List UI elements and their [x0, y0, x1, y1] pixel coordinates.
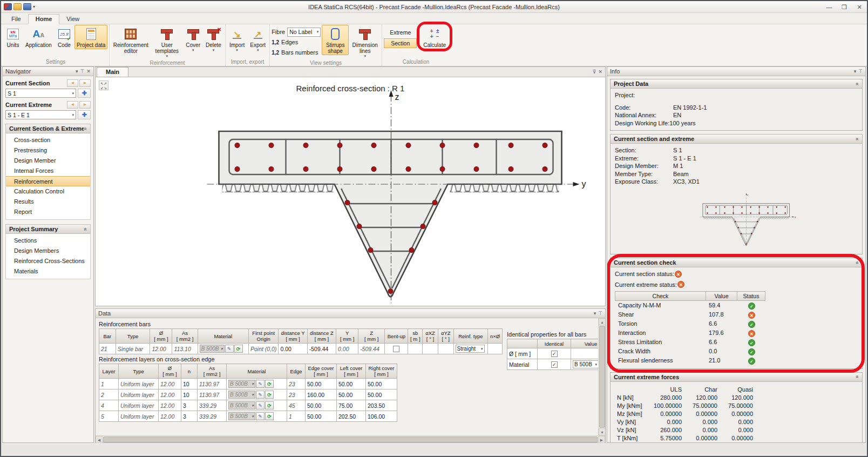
edit-material-icon[interactable]: ✎	[256, 412, 265, 420]
close-tab-icon[interactable]: ✕	[598, 69, 602, 75]
cell[interactable]: 12.00	[159, 389, 181, 400]
scroll-down-icon[interactable]: ▼	[599, 428, 605, 435]
cell[interactable]: 75.00	[337, 400, 366, 411]
cell[interactable]: 12.00	[150, 344, 172, 354]
scroll-up-icon[interactable]: ▲	[599, 318, 605, 325]
stirrups-shape-button[interactable]: Stirrups shape	[322, 25, 349, 55]
material-combo[interactable]: B 500B▾	[228, 412, 255, 420]
sidebar-item-internal-forces[interactable]: Internal Forces	[6, 166, 90, 176]
pin-icon[interactable]: ⊤	[858, 69, 863, 74]
tab-view[interactable]: View	[59, 15, 86, 24]
bars-numbers-toggle[interactable]: 1,2 Bars numbers	[272, 48, 321, 57]
material-combo[interactable]: B 500B▾	[228, 401, 255, 409]
cell[interactable]: 50.00	[366, 379, 397, 389]
panel-menu-icon[interactable]: ▾	[76, 69, 78, 74]
sidebar-item-design-members[interactable]: Design Members	[6, 246, 90, 256]
restore-button[interactable]: ❐	[837, 2, 852, 12]
import-button[interactable]: ↘ Import ▾	[227, 25, 247, 53]
add-section-button[interactable]: ✚	[78, 89, 91, 98]
extreme-button[interactable]: Extreme	[384, 28, 417, 37]
sidebar-item-reinforced-cross-sections[interactable]: Reinforced Cross-Sections	[6, 256, 90, 266]
sidebar-item-materials[interactable]: Materials	[6, 266, 90, 277]
cell[interactable]: 23	[287, 389, 306, 400]
cell[interactable]: 10	[181, 389, 198, 400]
cell[interactable]: 1	[287, 411, 306, 422]
cell[interactable]: 3	[181, 411, 198, 422]
data-horizontal-scrollbar[interactable]: ◀ ▶	[96, 435, 605, 442]
current-extreme-combo[interactable]: S 1 - E 1 ▾	[5, 110, 76, 119]
refresh-material-icon[interactable]: ⟳	[234, 345, 243, 353]
application-button[interactable]: AA Application	[23, 25, 54, 49]
cell[interactable]: 203.50	[366, 400, 397, 411]
section-extreme-group-header[interactable]: Current Section & Extreme »	[5, 124, 91, 133]
refresh-material-icon[interactable]: ⟳	[265, 412, 274, 420]
tab-file[interactable]: File	[4, 15, 28, 24]
user-templates-button[interactable]: User templates ▾	[151, 25, 182, 59]
current-section-combo[interactable]: S 1 ▾	[5, 89, 76, 98]
current-section-check-header[interactable]: Current section check »	[611, 258, 862, 267]
cell[interactable]: 0.00	[279, 344, 307, 354]
cell[interactable]: Point (0,0)	[249, 344, 279, 354]
identical-material-checkbox[interactable]	[551, 361, 558, 368]
drawing-canvas[interactable]: Reinforced cross-section : R 1 ↖↗↙↘	[95, 77, 606, 306]
cell[interactable]: 50.00	[337, 389, 366, 400]
cell[interactable]: 23	[287, 379, 306, 389]
scroll-left-icon[interactable]: ◀	[96, 436, 103, 443]
project-data-header[interactable]: Project Data »	[611, 79, 862, 89]
next-extreme-button[interactable]: ►	[79, 101, 91, 109]
edit-material-icon[interactable]: ✎	[225, 345, 234, 353]
prev-section-button[interactable]: ◄	[67, 79, 78, 87]
edit-material-icon[interactable]: ✎	[256, 401, 265, 409]
fibre-combo[interactable]: No Label ▾	[287, 28, 321, 37]
scroll-right-icon[interactable]: ▶	[598, 436, 605, 443]
dock-icon[interactable]: ⊽	[593, 69, 596, 75]
refresh-material-icon[interactable]: ⟳	[265, 391, 274, 399]
refresh-material-icon[interactable]: ⟳	[265, 401, 274, 409]
edit-material-icon[interactable]: ✎	[256, 380, 265, 388]
cell[interactable]: 10	[181, 379, 198, 389]
cell[interactable]: 202.50	[337, 411, 366, 422]
cell[interactable]: 12.00	[159, 400, 181, 411]
dimension-lines-button[interactable]: ↔ Dimension lines ▾	[350, 25, 380, 59]
add-extreme-button[interactable]: ✚	[78, 110, 91, 119]
next-section-button[interactable]: ►	[79, 79, 91, 87]
fit-view-icon[interactable]: ↖↗↙↘	[99, 80, 109, 90]
prev-extreme-button[interactable]: ◄	[67, 101, 78, 109]
sidebar-item-results[interactable]: Results	[6, 197, 90, 207]
edges-toggle[interactable]: 1,2 Edges	[272, 38, 321, 46]
sidebar-item-report[interactable]: Report	[6, 207, 90, 217]
close-panel-icon[interactable]: ✕	[86, 69, 91, 74]
material-combo[interactable]: B 500B▾	[228, 391, 255, 399]
cell[interactable]: 12.00	[159, 379, 181, 389]
cell[interactable]: 106.00	[366, 411, 397, 422]
sidebar-item-sections[interactable]: Sections	[6, 236, 90, 246]
cell[interactable]: 50.00	[337, 379, 366, 389]
sidebar-item-design-member[interactable]: Design Member	[6, 156, 90, 166]
section-button[interactable]: Section	[384, 38, 417, 48]
pin-icon[interactable]: ⊤	[598, 311, 602, 316]
sidebar-item-cross-section[interactable]: Cross-section	[6, 135, 90, 145]
cell[interactable]: 50.00	[306, 411, 337, 422]
identical-dia-checkbox[interactable]	[551, 351, 558, 357]
units-button[interactable]: kNMPa Units	[4, 25, 22, 49]
bent-up-checkbox[interactable]	[393, 346, 399, 352]
pin-icon[interactable]: ⊤	[80, 69, 85, 74]
open-icon[interactable]	[13, 3, 22, 10]
cover-button[interactable]: Cover ▾	[184, 25, 202, 53]
identical-material-combo[interactable]: B 500B▾	[573, 360, 599, 368]
cell[interactable]: 50.00	[306, 400, 337, 411]
data-vertical-scrollbar[interactable]: ▲ ▼	[598, 318, 605, 435]
cell[interactable]: -509.44	[307, 344, 336, 354]
tab-main[interactable]: Main	[97, 67, 128, 77]
project-data-button[interactable]: Project data	[74, 25, 107, 49]
material-combo[interactable]: B 500B▾	[200, 345, 225, 353]
refresh-material-icon[interactable]: ⟳	[265, 380, 274, 388]
tab-home[interactable]: Home	[28, 14, 60, 24]
current-section-extreme-header[interactable]: Current section and extreme »	[611, 135, 862, 144]
calculate-button[interactable]: +±+− Calculate	[421, 25, 448, 49]
sidebar-item-reinforcement[interactable]: Reinforcement	[6, 176, 90, 186]
export-button[interactable]: ↗ Export ▾	[248, 25, 268, 53]
edit-material-icon[interactable]: ✎	[256, 391, 265, 399]
sidebar-item-prestressing[interactable]: Prestressing	[6, 145, 90, 156]
cell[interactable]: 160.00	[306, 389, 337, 400]
